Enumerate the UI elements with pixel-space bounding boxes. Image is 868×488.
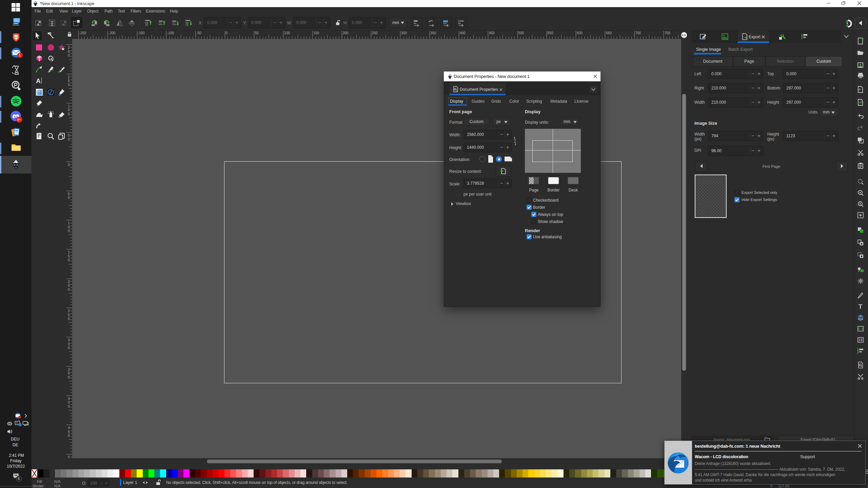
svg-text:A: A: [36, 77, 41, 84]
svg-text:T: T: [859, 303, 862, 310]
